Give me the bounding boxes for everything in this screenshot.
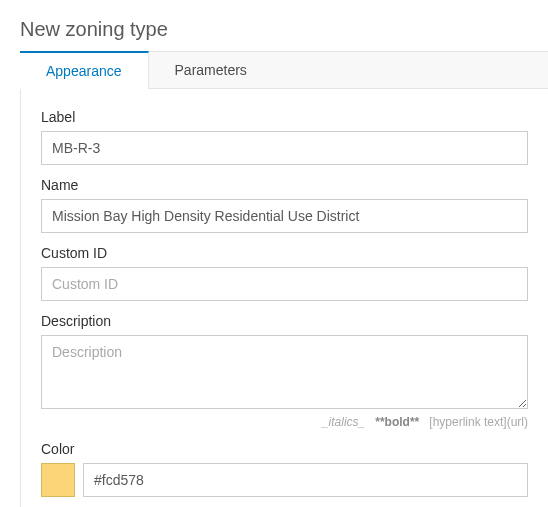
tab-content: Label Name Custom ID Description _italic…	[20, 89, 548, 507]
color-field-label: Color	[41, 441, 528, 457]
new-zoning-type-panel: New zoning type Appearance Parameters La…	[0, 0, 548, 507]
name-field-label: Name	[41, 177, 528, 193]
panel-title: New zoning type	[0, 0, 548, 51]
tabs: Appearance Parameters	[20, 51, 548, 89]
tabs-wrap: Appearance Parameters	[0, 51, 548, 89]
hint-bold: **bold**	[375, 415, 419, 429]
color-swatch[interactable]	[41, 463, 75, 497]
tab-parameters[interactable]: Parameters	[149, 52, 274, 88]
hint-link: [hyperlink text](url)	[429, 415, 528, 429]
customid-input[interactable]	[41, 267, 528, 301]
description-textarea[interactable]	[41, 335, 528, 409]
label-input[interactable]	[41, 131, 528, 165]
color-input[interactable]	[83, 463, 528, 497]
name-input[interactable]	[41, 199, 528, 233]
description-field-label: Description	[41, 313, 528, 329]
label-field-label: Label	[41, 109, 528, 125]
color-row	[41, 463, 528, 497]
customid-field-label: Custom ID	[41, 245, 528, 261]
hint-italics: _italics_	[322, 415, 365, 429]
tab-appearance[interactable]: Appearance	[20, 51, 149, 89]
format-hints: _italics_ **bold** [hyperlink text](url)	[41, 415, 528, 429]
